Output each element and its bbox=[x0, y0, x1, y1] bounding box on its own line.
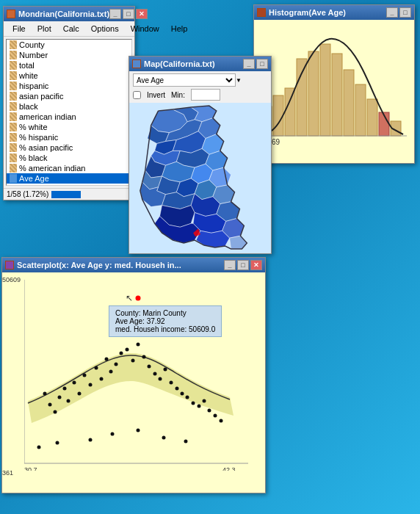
list-stripe-icon bbox=[10, 123, 17, 131]
svg-point-65 bbox=[137, 343, 140, 347]
svg-point-55 bbox=[83, 374, 87, 377]
hist-win-controls: _ □ bbox=[386, 7, 411, 18]
invert-label: Invert bbox=[147, 91, 165, 99]
list-stripe-icon bbox=[10, 164, 17, 173]
list-item[interactable]: % white bbox=[7, 122, 131, 132]
hist-title: Histogram(Ave Age) bbox=[269, 8, 346, 17]
mondrian-title-bar[interactable]: Mondrian(California.txt) _ □ ✕ bbox=[4, 7, 134, 21]
svg-rect-42 bbox=[367, 99, 377, 136]
list-item[interactable]: % asian pacific bbox=[7, 142, 131, 153]
progress-bar bbox=[51, 191, 81, 198]
invert-checkbox[interactable] bbox=[133, 91, 141, 99]
histogram-svg: 30.69 bbox=[260, 26, 407, 147]
histogram-area: 30.69 bbox=[254, 20, 414, 163]
list-item[interactable]: total bbox=[7, 60, 131, 70]
list-item[interactable]: % hispanic bbox=[7, 132, 131, 142]
map-controls: Ave Age ▼ Invert Min: bbox=[129, 71, 271, 103]
california-map-area[interactable] bbox=[129, 103, 271, 253]
hist-maximize-button[interactable]: □ bbox=[399, 7, 411, 18]
data-tooltip: County: Marin County Ave Age: 37.92 med.… bbox=[109, 305, 222, 337]
svg-rect-39 bbox=[332, 54, 342, 136]
list-item[interactable]: % american indian bbox=[7, 163, 131, 173]
list-item[interactable]: white bbox=[7, 70, 131, 81]
svg-point-82 bbox=[56, 441, 59, 445]
svg-rect-41 bbox=[355, 84, 366, 136]
map-minimize-button[interactable]: _ bbox=[243, 59, 255, 69]
list-item[interactable]: black bbox=[7, 101, 131, 112]
dropdown-arrow: ▼ bbox=[236, 77, 242, 84]
list-item[interactable]: hispanic bbox=[7, 81, 131, 91]
tooltip-age: Ave Age: 37.92 bbox=[115, 317, 215, 325]
svg-point-66 bbox=[142, 355, 146, 359]
list-item[interactable]: Ave Age bbox=[7, 173, 131, 184]
status-text: 1/58 (1.72%) bbox=[7, 190, 48, 198]
maximize-button[interactable]: □ bbox=[123, 9, 134, 19]
scatter-maximize-button[interactable]: □ bbox=[237, 260, 249, 270]
svg-point-87 bbox=[184, 440, 188, 444]
list-stripe-icon bbox=[10, 92, 17, 101]
menu-help[interactable]: Help bbox=[165, 23, 194, 35]
list-item[interactable]: County bbox=[7, 40, 131, 50]
min-label: Min: bbox=[171, 91, 185, 99]
list-stripe-icon bbox=[10, 51, 17, 59]
map-maximize-button[interactable]: □ bbox=[256, 59, 268, 69]
list-item[interactable]: asian pacific bbox=[7, 91, 131, 101]
svg-point-75 bbox=[192, 402, 195, 405]
menu-window[interactable]: Window bbox=[125, 23, 165, 35]
mondrian-win-controls: _ □ ✕ bbox=[109, 9, 148, 19]
menu-file[interactable]: File bbox=[7, 23, 32, 35]
list-stripe-icon bbox=[10, 102, 17, 111]
svg-point-62 bbox=[120, 352, 123, 355]
scatter-title-bar[interactable]: Scatterplot(x: Ave Age y: med. Househ in… bbox=[2, 258, 265, 272]
svg-point-67 bbox=[148, 365, 151, 369]
menu-bar: File Plot Calc Options Window Help bbox=[4, 21, 134, 37]
svg-point-64 bbox=[131, 359, 135, 363]
list-item[interactable]: Number bbox=[7, 50, 131, 60]
menu-options[interactable]: Options bbox=[85, 23, 125, 35]
svg-point-50 bbox=[58, 396, 62, 399]
list-item[interactable]: % black bbox=[7, 153, 131, 163]
hist-minimize-button[interactable]: _ bbox=[386, 7, 398, 18]
svg-point-60 bbox=[109, 370, 113, 374]
scatter-close-button[interactable]: ✕ bbox=[250, 260, 262, 270]
menu-calc[interactable]: Calc bbox=[57, 23, 85, 35]
svg-point-78 bbox=[208, 409, 211, 413]
svg-point-88 bbox=[136, 296, 141, 301]
svg-point-76 bbox=[198, 405, 201, 408]
svg-point-81 bbox=[37, 446, 41, 449]
svg-text:42.3: 42.3 bbox=[222, 466, 236, 471]
map-icon bbox=[132, 59, 141, 68]
svg-point-54 bbox=[78, 392, 82, 396]
status-bar: 1/58 (1.72%) bbox=[4, 188, 134, 200]
list-item-label: County bbox=[19, 40, 45, 49]
list-item-label: asian pacific bbox=[19, 92, 64, 101]
svg-point-71 bbox=[170, 381, 173, 385]
close-button[interactable]: ✕ bbox=[136, 9, 148, 19]
list-item-label: american indian bbox=[19, 112, 76, 121]
list-item[interactable]: american indian bbox=[7, 112, 131, 122]
min-input[interactable] bbox=[191, 89, 220, 101]
variable-select[interactable]: Ave Age bbox=[133, 73, 236, 87]
scatter-win-controls: _ □ ✕ bbox=[224, 260, 262, 270]
svg-text:30.7: 30.7 bbox=[24, 466, 37, 471]
minimize-button[interactable]: _ bbox=[109, 9, 121, 19]
list-item-label: % hispanic bbox=[19, 133, 58, 142]
svg-rect-35 bbox=[285, 88, 295, 136]
mondrian-icon bbox=[7, 10, 15, 18]
hist-title-bar[interactable]: Histogram(Ave Age) _ □ bbox=[254, 5, 414, 20]
map-title-bar[interactable]: Map(California.txt) _ □ bbox=[129, 57, 271, 71]
hist-icon bbox=[257, 8, 266, 17]
variable-list[interactable]: CountyNumbertotalwhitehispanicasian paci… bbox=[6, 39, 132, 186]
list-item-label: % american indian bbox=[19, 164, 86, 173]
menu-plot[interactable]: Plot bbox=[32, 23, 57, 35]
list-item-label: Number bbox=[19, 51, 48, 59]
svg-point-48 bbox=[48, 403, 52, 407]
variable-select-row: Ave Age ▼ bbox=[133, 73, 267, 87]
scatter-minimize-button[interactable]: _ bbox=[224, 260, 236, 270]
list-item-label: black bbox=[19, 102, 38, 111]
svg-point-85 bbox=[137, 429, 140, 432]
scatter-plot-area[interactable]: 50609 361 bbox=[2, 272, 265, 493]
svg-point-61 bbox=[115, 363, 118, 366]
list-item-label: % white bbox=[19, 123, 48, 131]
histogram-window: Histogram(Ave Age) _ □ 30 bbox=[253, 4, 415, 164]
